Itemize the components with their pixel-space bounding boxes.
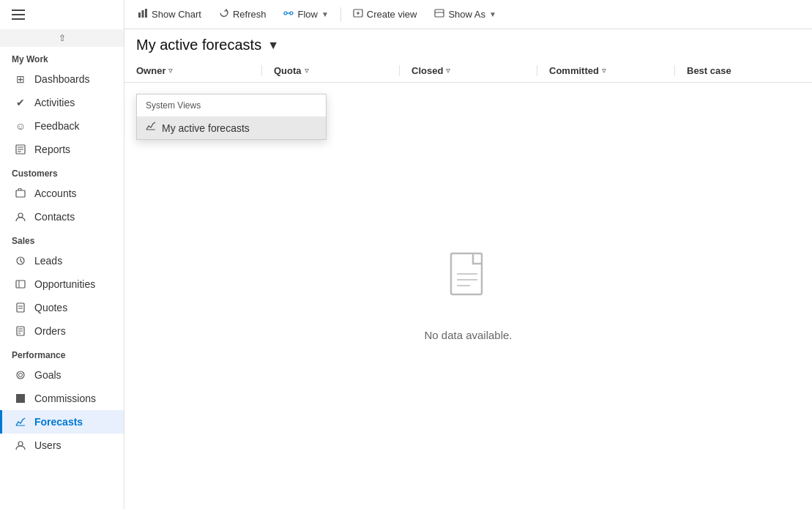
toolbar-divider-1	[340, 7, 341, 22]
sidebar-item-commissions[interactable]: Commissions	[0, 387, 124, 410]
flow-chevron: ▼	[321, 10, 329, 18]
svg-rect-30	[435, 10, 444, 17]
activities-icon: ✔	[14, 96, 27, 109]
refresh-icon	[219, 8, 229, 21]
sidebar-scroll-up[interactable]: ⇧	[0, 29, 124, 47]
leads-icon	[14, 254, 27, 267]
orders-icon	[14, 324, 27, 338]
main-area: Show Chart Refresh Flow ▼	[124, 0, 812, 509]
svg-point-5	[18, 213, 23, 218]
show-as-icon	[434, 8, 444, 21]
svg-point-16	[17, 371, 24, 379]
col-quota: Quota ▿	[262, 65, 400, 76]
view-dropdown: System Views My active forecasts	[136, 94, 327, 140]
sidebar-section-performance: Performance	[0, 343, 124, 363]
sidebar-item-users[interactable]: Users	[0, 434, 124, 457]
col-committed: Committed ▿	[537, 65, 675, 76]
svg-rect-9	[17, 303, 24, 312]
opportunities-icon	[14, 278, 27, 291]
sidebar-section-customers: Customers	[0, 161, 124, 182]
accounts-icon	[14, 187, 27, 200]
chart-icon	[138, 8, 148, 21]
sidebar-item-dashboards[interactable]: ⊞ Dashboards	[0, 67, 124, 91]
create-view-icon	[353, 8, 363, 21]
svg-rect-22	[142, 10, 144, 18]
sidebar-section-my-work: My Work	[0, 47, 124, 67]
quotes-icon	[14, 301, 27, 314]
view-header: My active forecasts ▼	[124, 29, 812, 53]
empty-document-icon	[445, 250, 492, 320]
column-headers: Owner ▿ Quota ▿ Closed ▿ Committed ▿ Bes…	[124, 59, 812, 83]
show-as-chevron: ▼	[489, 10, 496, 18]
svg-point-17	[19, 374, 23, 377]
dashboards-icon: ⊞	[14, 73, 27, 86]
view-title: My active forecasts	[136, 37, 261, 53]
sidebar-section-sales: Sales	[0, 229, 124, 249]
sidebar-item-accounts[interactable]: Accounts	[0, 182, 124, 205]
empty-state: No data available.	[124, 83, 812, 509]
svg-rect-4	[16, 190, 25, 197]
dropdown-section-label: System Views	[137, 94, 326, 116]
col-owner: Owner ▿	[124, 65, 262, 76]
committed-filter-icon[interactable]: ▿	[602, 66, 606, 75]
users-icon	[14, 439, 27, 452]
sidebar-item-forecasts[interactable]: Forecasts	[0, 410, 124, 434]
flow-icon	[283, 8, 294, 21]
dropdown-item-my-active-forecasts[interactable]: My active forecasts	[137, 116, 326, 139]
contacts-icon	[14, 210, 27, 223]
sidebar-item-leads[interactable]: Leads	[0, 249, 124, 272]
col-bestcase: Best case	[675, 65, 812, 76]
svg-point-24	[284, 12, 287, 15]
owner-filter-icon[interactable]: ▿	[168, 66, 173, 75]
flow-button[interactable]: Flow ▼	[276, 5, 335, 23]
svg-point-25	[290, 12, 293, 15]
sidebar-item-opportunities[interactable]: Opportunities	[0, 272, 124, 296]
hamburger-menu[interactable]	[12, 10, 25, 20]
dropdown-item-icon	[146, 122, 156, 134]
sidebar-item-orders[interactable]: Orders	[0, 319, 124, 343]
create-view-button[interactable]: Create view	[346, 5, 425, 23]
sidebar-item-quotes[interactable]: Quotes	[0, 296, 124, 319]
sidebar-item-contacts[interactable]: Contacts	[0, 205, 124, 229]
svg-rect-7	[16, 280, 25, 288]
sidebar-item-reports[interactable]: Reports	[0, 138, 124, 161]
commissions-icon	[14, 392, 27, 405]
svg-rect-21	[138, 12, 141, 18]
sidebar-item-feedback[interactable]: ☺ Feedback	[0, 114, 124, 138]
show-chart-button[interactable]: Show Chart	[130, 5, 209, 23]
svg-rect-18	[16, 394, 25, 403]
sidebar-item-goals[interactable]: Goals	[0, 363, 124, 387]
closed-filter-icon[interactable]: ▿	[446, 66, 450, 75]
refresh-button[interactable]: Refresh	[212, 5, 274, 23]
feedback-icon: ☺	[14, 119, 27, 133]
col-closed: Closed ▿	[400, 65, 537, 76]
reports-icon	[14, 143, 27, 156]
sidebar: ⇧ My Work ⊞ Dashboards ✔ Activities ☺ Fe…	[0, 0, 124, 509]
empty-text: No data available.	[424, 329, 512, 341]
svg-point-20	[18, 442, 23, 446]
forecasts-icon	[14, 415, 27, 428]
toolbar: Show Chart Refresh Flow ▼	[124, 0, 812, 29]
goals-icon	[14, 368, 27, 382]
svg-rect-23	[145, 9, 147, 18]
quota-filter-icon[interactable]: ▿	[305, 66, 309, 75]
sidebar-item-activities[interactable]: ✔ Activities	[0, 91, 124, 114]
view-title-chevron[interactable]: ▼	[267, 39, 279, 52]
content-area: My active forecasts ▼ Owner ▿ Quota ▿ Cl…	[124, 29, 812, 509]
top-bar	[0, 0, 37, 29]
show-as-button[interactable]: Show As ▼	[427, 5, 504, 23]
